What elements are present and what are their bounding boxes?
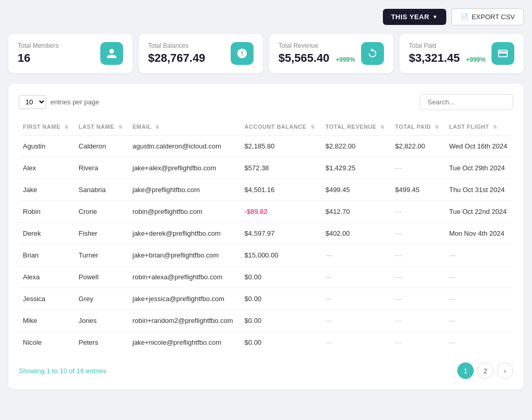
- cell-total-paid: ---: [391, 288, 445, 310]
- cell-total-revenue: ---: [321, 310, 391, 332]
- cell-total-paid: ---: [391, 266, 445, 288]
- cell-last-flight: Tue Oct 29th 2024: [445, 157, 513, 179]
- stat-value-paid: $3,321.45 +999%: [409, 51, 486, 65]
- top-bar: THIS YEAR ▼ 📄 EXPORT CSV: [8, 8, 524, 25]
- cell-total-revenue: $402.00: [321, 223, 391, 245]
- cell-first-name: Jessica: [19, 288, 74, 310]
- cell-last-name: Powell: [74, 266, 128, 288]
- table-row[interactable]: Alexa Powell robin+alexa@preflightfbo.co…: [19, 266, 513, 288]
- table-row[interactable]: Jake Sanabria jake@preflightfbo.com $4,5…: [19, 179, 513, 201]
- stat-label-revenue: Total Revenue: [278, 42, 355, 49]
- col-header-first-name: FIRST NAME ⇅: [19, 118, 74, 136]
- cell-account-balance: $2,185.80: [241, 136, 322, 157]
- cell-first-name: Agustin: [19, 136, 74, 157]
- revenue-icon: [361, 42, 384, 65]
- entries-per-page-label: entries per page: [50, 98, 99, 106]
- cell-total-paid: ---: [391, 201, 445, 223]
- cell-last-flight: Tue Oct 22nd 2024: [445, 201, 513, 223]
- paid-icon: [491, 42, 514, 65]
- col-header-email: EMAIL ⇅: [128, 118, 241, 136]
- table-row[interactable]: Brian Turner jake+brian@preflightfbo.com…: [19, 245, 513, 266]
- stat-value-revenue: $5,565.40 +999%: [278, 51, 355, 65]
- cell-first-name: Mike: [19, 310, 74, 332]
- table-row[interactable]: Jessica Grey jake+jessica@preflightfbo.c…: [19, 288, 513, 310]
- export-label: EXPORT CSV: [472, 13, 515, 21]
- cell-total-revenue: $2,822.00: [321, 136, 391, 157]
- entries-per-page-select[interactable]: 10 25 50: [19, 95, 46, 109]
- paid-badge: +999%: [466, 56, 486, 63]
- sort-icon-flight[interactable]: ⇅: [493, 125, 498, 130]
- stat-card-total-balances: Total Balances $28,767.49: [139, 34, 263, 73]
- cell-account-balance: $0.00: [241, 310, 322, 332]
- cell-email: jake+jessica@preflightfbo.com: [128, 288, 241, 310]
- export-csv-button[interactable]: 📄 EXPORT CSV: [451, 8, 524, 25]
- table-row[interactable]: Robin Crorie robin@preflightfbo.com -$89…: [19, 201, 513, 223]
- cell-total-revenue: ---: [321, 288, 391, 310]
- revenue-badge: +999%: [336, 56, 355, 63]
- cell-email: jake+brian@preflightfbo.com: [128, 245, 241, 266]
- cell-account-balance: $0.00: [241, 332, 322, 354]
- cell-first-name: Jake: [19, 179, 74, 201]
- cell-first-name: Robin: [19, 201, 74, 223]
- sort-icon-paid[interactable]: ⇅: [435, 125, 440, 130]
- col-header-total-revenue: TOTAL REVENUE ⇅: [321, 118, 391, 136]
- this-year-button[interactable]: THIS YEAR ▼: [383, 9, 446, 25]
- cell-last-flight: ---: [445, 288, 513, 310]
- cell-last-name: Rivera: [74, 157, 128, 179]
- cell-last-flight: ---: [445, 332, 513, 354]
- stat-card-total-members: Total Members 16: [8, 34, 132, 73]
- cell-email: jake+nicole@preflightfbo.com: [128, 332, 241, 354]
- cell-email: jake@preflightfbo.com: [128, 179, 241, 201]
- col-header-last-name: LAST NAME ⇅: [74, 118, 128, 136]
- this-year-label: THIS YEAR: [391, 13, 430, 21]
- chevron-down-icon: ▼: [432, 14, 437, 20]
- cell-email: agustin.calderon@icloud.com: [128, 136, 241, 157]
- cell-account-balance: $15,000.00: [241, 245, 322, 266]
- document-icon: 📄: [460, 13, 469, 21]
- sort-icon-last-name[interactable]: ⇅: [118, 125, 123, 130]
- stat-label-balances: Total Balances: [148, 42, 205, 49]
- stat-info-members: Total Members 16: [18, 42, 59, 65]
- cell-total-paid: ---: [391, 223, 445, 245]
- cell-total-paid: ---: [391, 157, 445, 179]
- cell-total-paid: ---: [391, 310, 445, 332]
- cell-account-balance: $572.38: [241, 157, 322, 179]
- cell-first-name: Alexa: [19, 266, 74, 288]
- table-header-row: FIRST NAME ⇅ LAST NAME ⇅ EMAIL ⇅ ACCOUNT…: [19, 118, 513, 136]
- table-row[interactable]: Mike Jones robin+random2@preflightfbo.co…: [19, 310, 513, 332]
- cell-total-revenue: $499.45: [321, 179, 391, 201]
- cell-email: robin@preflightfbo.com: [128, 201, 241, 223]
- cell-email: robin+alexa@preflightfbo.com: [128, 266, 241, 288]
- page-button-1[interactable]: 1: [457, 362, 474, 379]
- cell-first-name: Brian: [19, 245, 74, 266]
- cell-total-revenue: ---: [321, 266, 391, 288]
- entries-control: 10 25 50 entries per page: [19, 95, 99, 109]
- sort-icon-revenue[interactable]: ⇅: [380, 125, 385, 130]
- sort-icon-email[interactable]: ⇅: [155, 125, 160, 130]
- pagination-buttons: 1 2 ›: [457, 362, 513, 379]
- page-button-2[interactable]: 2: [477, 362, 494, 379]
- cell-last-flight: Wed Oct 16th 2024: [445, 136, 513, 157]
- search-input[interactable]: [420, 94, 513, 110]
- sort-icon-first-name[interactable]: ⇅: [64, 125, 69, 130]
- stat-card-total-revenue: Total Revenue $5,565.40 +999%: [269, 34, 393, 73]
- cell-last-flight: Mon Nov 4th 2024: [445, 223, 513, 245]
- table-row[interactable]: Derek Fisher jake+derek@preflightfbo.com…: [19, 223, 513, 245]
- cell-email: jake+alex@preflightfbo.com: [128, 157, 241, 179]
- cell-total-paid: $2,822.00: [391, 136, 445, 157]
- next-page-button[interactable]: ›: [497, 362, 513, 379]
- table-row[interactable]: Agustin Calderon agustin.calderon@icloud…: [19, 136, 513, 157]
- cell-last-name: Turner: [74, 245, 128, 266]
- cell-first-name: Nicole: [19, 332, 74, 354]
- cell-account-balance: -$89.82: [241, 201, 322, 223]
- cell-total-paid: ---: [391, 245, 445, 266]
- table-row[interactable]: Nicole Peters jake+nicole@preflightfbo.c…: [19, 332, 513, 354]
- cell-last-name: Grey: [74, 288, 128, 310]
- cell-account-balance: $0.00: [241, 266, 322, 288]
- cell-last-flight: ---: [445, 266, 513, 288]
- cell-total-revenue: $412.70: [321, 201, 391, 223]
- sort-icon-balance[interactable]: ⇅: [311, 125, 315, 130]
- table-row[interactable]: Alex Rivera jake+alex@preflightfbo.com $…: [19, 157, 513, 179]
- cell-first-name: Alex: [19, 157, 74, 179]
- balances-icon: [231, 42, 254, 65]
